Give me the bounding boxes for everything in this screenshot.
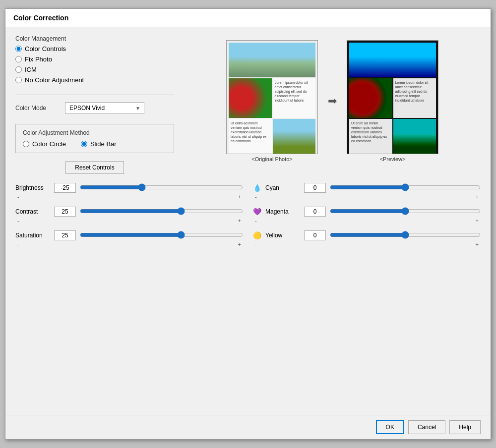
saturation-slider[interactable]	[80, 231, 243, 239]
cyan-minus: -	[255, 194, 257, 200]
contrast-value[interactable]	[54, 207, 76, 217]
contrast-slider-row: Contrast - +	[15, 207, 243, 224]
saturation-pm: - +	[15, 241, 243, 247]
reset-controls-button[interactable]: Reset Controls	[65, 161, 124, 174]
dialog-footer: OK Cancel Help	[5, 415, 491, 439]
saturation-minus: -	[17, 241, 19, 247]
brightness-minus: -	[17, 194, 19, 200]
saturation-track	[80, 231, 243, 240]
original-photo-image: Lorem ipsum dolor sit amet consectetur a…	[227, 41, 317, 154]
brightness-top: Brightness	[15, 183, 243, 193]
yellow-plus: +	[476, 241, 479, 247]
contrast-pm: - +	[15, 218, 243, 224]
yellow-slider-row: 🟡 Yellow - +	[253, 230, 481, 247]
radio-color-circle-label: Color Circle	[32, 140, 66, 148]
yellow-pm: - +	[253, 241, 481, 247]
contrast-slider[interactable]	[80, 207, 243, 215]
brightness-slider[interactable]	[80, 183, 243, 191]
preview-flowers	[349, 78, 392, 118]
cyan-plus: +	[476, 194, 479, 200]
color-management-label: Color Management	[15, 35, 174, 42]
cyan-slider[interactable]	[330, 183, 481, 191]
photo-text-2: Ut enim ad minim veniam quis nostrud exe…	[229, 119, 272, 154]
preview-section: Lorem ipsum dolor sit amet consectetur a…	[226, 40, 438, 162]
magenta-value[interactable]	[304, 207, 326, 217]
cyan-slider-row: 💧 Cyan - +	[253, 183, 481, 200]
yellow-icon: 🟡	[253, 231, 261, 239]
separator-1	[15, 95, 174, 95]
preview-photo-frame: Lorem ipsum dolor sit amet consectetur a…	[347, 40, 438, 154]
preview-text-1: Lorem ipsum dolor sit amet consectetur a…	[393, 78, 436, 118]
preview-photo-box: Lorem ipsum dolor sit amet consectetur a…	[347, 40, 438, 162]
preview-top-landscape	[349, 43, 436, 77]
left-panel: Color Management Color Controls Fix Phot…	[15, 35, 174, 178]
yellow-track	[330, 231, 481, 240]
magenta-slider[interactable]	[330, 207, 481, 215]
radio-no-color[interactable]: No Color Adjustment	[15, 76, 174, 84]
yellow-slider[interactable]	[330, 231, 481, 239]
original-photo-frame: Lorem ipsum dolor sit amet consectetur a…	[226, 40, 318, 154]
radio-slide-bar-label: Slide Bar	[90, 140, 117, 148]
contrast-minus: -	[17, 218, 19, 224]
dialog-title: Color Correction	[5, 9, 491, 27]
adj-method-box: Color Adjustment Method Color Circle Sli…	[15, 124, 174, 153]
contrast-label: Contrast	[15, 208, 50, 215]
help-button[interactable]: Help	[449, 420, 481, 434]
radio-color-controls[interactable]: Color Controls	[15, 45, 174, 53]
preview-text-2: Ut enim ad minim veniam quis nostrud exe…	[349, 119, 392, 154]
brightness-label: Brightness	[15, 184, 50, 191]
cancel-button[interactable]: Cancel	[408, 420, 445, 434]
radio-color-circle[interactable]: Color Circle	[23, 140, 66, 148]
preview-field	[393, 119, 436, 154]
ok-button[interactable]: OK	[376, 420, 404, 434]
right-panel: Lorem ipsum dolor sit amet consectetur a…	[184, 35, 481, 178]
radio-slide-bar[interactable]: Slide Bar	[81, 140, 117, 148]
brightness-plus: +	[238, 194, 241, 200]
yellow-top: 🟡 Yellow	[253, 230, 481, 240]
brightness-track	[80, 183, 243, 193]
yellow-value[interactable]	[304, 230, 326, 240]
preview-photo-image: Lorem ipsum dolor sit amet consectetur a…	[347, 41, 438, 154]
photo-flowers	[229, 78, 272, 118]
color-correction-dialog: Color Correction Color Management Color …	[5, 8, 491, 440]
magenta-minus: -	[255, 218, 257, 224]
saturation-value[interactable]	[54, 230, 76, 240]
reset-btn-row: Reset Controls	[15, 161, 174, 174]
radio-color-controls-label: Color Controls	[25, 45, 66, 53]
cyan-top: 💧 Cyan	[253, 183, 481, 193]
radio-icm-label: ICM	[25, 66, 37, 73]
cyan-track	[330, 183, 481, 193]
saturation-label: Saturation	[15, 232, 50, 239]
adj-method-title: Color Adjustment Method	[23, 129, 167, 136]
radio-icm[interactable]: ICM	[15, 66, 174, 73]
arrow-icon: ➡	[328, 95, 337, 108]
radio-fix-photo-label: Fix Photo	[25, 56, 52, 63]
cyan-value[interactable]	[304, 183, 326, 193]
magenta-label: Magenta	[265, 208, 300, 215]
color-mode-row: Color Mode EPSON Vivid Adobe RGB sRGB ▼	[15, 102, 174, 114]
photo-text-1: Lorem ipsum dolor sit amet consectetur a…	[273, 78, 316, 118]
magenta-track	[330, 207, 481, 217]
color-mode-select-wrapper: EPSON Vivid Adobe RGB sRGB ▼	[65, 102, 144, 114]
radio-fix-photo[interactable]: Fix Photo	[15, 56, 174, 63]
photo-top-landscape	[229, 43, 315, 77]
saturation-slider-row: Saturation - +	[15, 230, 243, 247]
photo-field	[273, 119, 316, 154]
color-mode-select[interactable]: EPSON Vivid Adobe RGB sRGB	[65, 102, 144, 114]
sliders-section: Brightness - + Contrast	[15, 183, 481, 247]
adj-method-options: Color Circle Slide Bar	[23, 140, 167, 148]
yellow-label: Yellow	[265, 232, 300, 239]
brightness-pm: - +	[15, 194, 243, 200]
original-photo-label: <Original Photo>	[251, 156, 293, 162]
brightness-value[interactable]	[54, 183, 76, 193]
magenta-top: 💜 Magenta	[253, 207, 481, 217]
radio-group-color-management: Color Controls Fix Photo ICM No Color Ad…	[15, 45, 174, 84]
cyan-icon: 💧	[253, 184, 261, 192]
contrast-top: Contrast	[15, 207, 243, 217]
contrast-plus: +	[238, 218, 241, 224]
magenta-plus: +	[476, 218, 479, 224]
dialog-body: Color Management Color Controls Fix Phot…	[5, 27, 491, 415]
saturation-top: Saturation	[15, 230, 243, 240]
contrast-track	[80, 207, 243, 217]
saturation-plus: +	[238, 241, 241, 247]
